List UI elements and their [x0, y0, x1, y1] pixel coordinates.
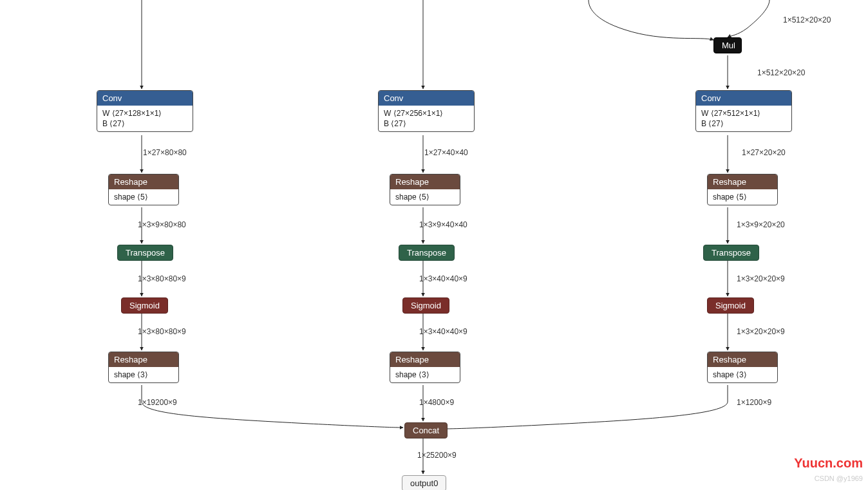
reshape-node-1b[interactable]: Reshape shape ⟨3⟩ — [390, 352, 460, 383]
reshape-node-2b[interactable]: Reshape shape ⟨3⟩ — [707, 352, 778, 383]
reshape-body: shape ⟨3⟩ — [390, 367, 460, 382]
reshape-header: Reshape — [708, 352, 777, 367]
transpose-node-0[interactable]: Transpose — [117, 245, 173, 261]
output-node[interactable]: output0 — [402, 475, 446, 490]
edge-label: 1×19200×9 — [138, 398, 177, 407]
edge-label: 1×25200×9 — [417, 451, 457, 460]
edge-label: 1×27×40×40 — [424, 148, 468, 157]
reshape-header: Reshape — [109, 352, 178, 367]
sigmoid-node-0[interactable]: Sigmoid — [121, 297, 168, 314]
conv-node-1[interactable]: Conv W ⟨27×256×1×1⟩ B ⟨27⟩ — [378, 90, 475, 132]
reshape-body: shape ⟨5⟩ — [708, 189, 777, 205]
edge-label: 1×3×9×40×40 — [419, 220, 467, 229]
edge-label: 1×3×80×80×9 — [138, 274, 186, 283]
reshape-body: shape ⟨3⟩ — [708, 367, 777, 382]
reshape-node-0b[interactable]: Reshape shape ⟨3⟩ — [108, 352, 179, 383]
edge-label: 1×3×40×40×9 — [419, 274, 467, 283]
edge-label: 1×1200×9 — [737, 398, 771, 407]
conv-w: W ⟨27×512×1×1⟩ — [701, 108, 786, 118]
conv-b: B ⟨27⟩ — [102, 118, 187, 129]
conv-params: W ⟨27×256×1×1⟩ B ⟨27⟩ — [379, 106, 474, 131]
conv-w: W ⟨27×256×1×1⟩ — [384, 108, 469, 118]
conv-node-0[interactable]: Conv W ⟨27×128×1×1⟩ B ⟨27⟩ — [97, 90, 193, 132]
edge-label-mul-in: 1×512×20×20 — [783, 15, 831, 24]
transpose-node-1[interactable]: Transpose — [399, 245, 455, 261]
edge-label: 1×4800×9 — [419, 398, 454, 407]
reshape-header: Reshape — [109, 174, 178, 189]
conv-header: Conv — [97, 91, 193, 106]
edge-label: 1×3×80×80×9 — [138, 327, 186, 336]
edge-label: 1×27×20×20 — [742, 148, 786, 157]
conv-b: B ⟨27⟩ — [384, 118, 469, 129]
reshape-body: shape ⟨5⟩ — [109, 189, 178, 205]
conv-params: W ⟨27×512×1×1⟩ B ⟨27⟩ — [696, 106, 791, 131]
edge-label-mul-out: 1×512×20×20 — [757, 68, 805, 77]
reshape-node-0a[interactable]: Reshape shape ⟨5⟩ — [108, 174, 179, 205]
conv-b: B ⟨27⟩ — [701, 118, 786, 129]
conv-params: W ⟨27×128×1×1⟩ B ⟨27⟩ — [97, 106, 193, 131]
conv-header: Conv — [696, 91, 791, 106]
sigmoid-node-1[interactable]: Sigmoid — [402, 297, 449, 314]
conv-header: Conv — [379, 91, 474, 106]
edge-label: 1×3×20×20×9 — [737, 274, 785, 283]
reshape-node-1a[interactable]: Reshape shape ⟨5⟩ — [390, 174, 460, 205]
reshape-body: shape ⟨3⟩ — [109, 367, 178, 382]
edge-label: 1×3×20×20×9 — [737, 327, 785, 336]
concat-node[interactable]: Concat — [404, 422, 448, 438]
reshape-header: Reshape — [390, 352, 460, 367]
reshape-header: Reshape — [708, 174, 777, 189]
transpose-node-2[interactable]: Transpose — [703, 245, 759, 261]
edge-label: 1×3×9×80×80 — [138, 220, 186, 229]
watermark-author: CSDN @y1969 — [815, 475, 863, 482]
conv-node-2[interactable]: Conv W ⟨27×512×1×1⟩ B ⟨27⟩ — [695, 90, 792, 132]
edge-label: 1×3×9×20×20 — [737, 220, 785, 229]
sigmoid-node-2[interactable]: Sigmoid — [707, 297, 754, 314]
edge-label: 1×3×40×40×9 — [419, 327, 467, 336]
edge-label: 1×27×80×80 — [143, 148, 187, 157]
conv-w: W ⟨27×128×1×1⟩ — [102, 108, 187, 118]
mul-node[interactable]: Mul — [713, 37, 742, 53]
reshape-header: Reshape — [390, 174, 460, 189]
reshape-body: shape ⟨5⟩ — [390, 189, 460, 205]
reshape-node-2a[interactable]: Reshape shape ⟨5⟩ — [707, 174, 778, 205]
watermark-site: Yuucn.com — [794, 456, 863, 471]
